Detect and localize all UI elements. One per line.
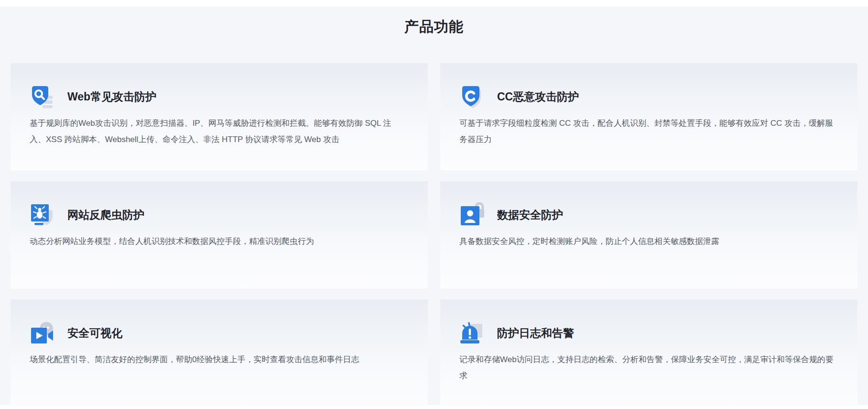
feature-card-grid: Web常见攻击防护 基于规则库的Web攻击识别，对恶意扫描器、IP、网马等威胁进… xyxy=(11,63,857,407)
card-title: 防护日志和告警 xyxy=(497,326,574,341)
card-title: 安全可视化 xyxy=(67,326,122,341)
feature-card-anti-crawler: 网站反爬虫防护 动态分析网站业务模型，结合人机识别技术和数据风控手段，精准识别爬… xyxy=(11,181,428,288)
feature-card-logs-alerts: 防护日志和告警 记录和存储Web访问日志，支持日志的检索、分析和告警，保障业务安… xyxy=(440,299,857,407)
video-play-icon-wrap: 安全可视化 xyxy=(30,321,409,345)
card-header: Web常见攻击防护 xyxy=(30,84,409,109)
feature-card-visualization: 安全可视化 场景化配置引导、简洁友好的控制界面，帮助0经验快速上手，实时查看攻击… xyxy=(11,299,428,407)
feature-card-data-security: 数据安全防护 具备数据安全风控，定时检测账户风险，防止个人信息相关敏感数据泄露 xyxy=(440,181,857,288)
card-description: 记录和存储Web访问日志，支持日志的检索、分析和告警，保障业务安全可控，满足审计… xyxy=(459,352,838,384)
card-header: 网站反爬虫防护 xyxy=(30,202,409,227)
shield-search-icon xyxy=(30,84,54,109)
card-header: CC恶意攻击防护 xyxy=(459,84,838,109)
video-play-icon xyxy=(30,321,54,345)
card-description: 动态分析网站业务模型，结合人机识别技术和数据风控手段，精准识别爬虫行为 xyxy=(30,233,409,250)
card-description: 具备数据安全风控，定时检测账户风险，防止个人信息相关敏感数据泄露 xyxy=(459,233,838,250)
card-title: 网站反爬虫防护 xyxy=(67,208,144,222)
card-title: Web常见攻击防护 xyxy=(67,89,156,104)
card-title: CC恶意攻击防护 xyxy=(497,89,579,104)
card-header: 数据安全防护 xyxy=(459,202,838,227)
card-title: 数据安全防护 xyxy=(497,208,563,222)
shield-c-icon xyxy=(459,84,484,109)
page-title: 产品功能 xyxy=(0,17,868,37)
card-header: 防护日志和告警 xyxy=(459,321,838,345)
card-description: 基于规则库的Web攻击识别，对恶意扫描器、IP、网马等威胁进行检测和拦截。能够有… xyxy=(30,115,409,148)
card-description: 场景化配置引导、简洁友好的控制界面，帮助0经验快速上手，实时查看攻击信息和事件日… xyxy=(30,352,409,368)
card-description: 可基于请求字段细粒度检测 CC 攻击，配合人机识别、封禁等处置手段，能够有效应对… xyxy=(459,115,838,148)
feature-card-web-attack: Web常见攻击防护 基于规则库的Web攻击识别，对恶意扫描器、IP、网马等威胁进… xyxy=(11,63,428,170)
bug-monitor-icon xyxy=(30,202,54,227)
product-features-section: 产品功能 Web常见攻击防护 基于规则库的Web攻击识别，对恶意扫描器、IP、 xyxy=(0,7,868,405)
feature-card-cc-attack: CC恶意攻击防护 可基于请求字段细粒度检测 CC 攻击，配合人机识别、封禁等处置… xyxy=(440,63,857,170)
user-lock-icon xyxy=(459,202,484,227)
alarm-icon xyxy=(459,321,484,345)
